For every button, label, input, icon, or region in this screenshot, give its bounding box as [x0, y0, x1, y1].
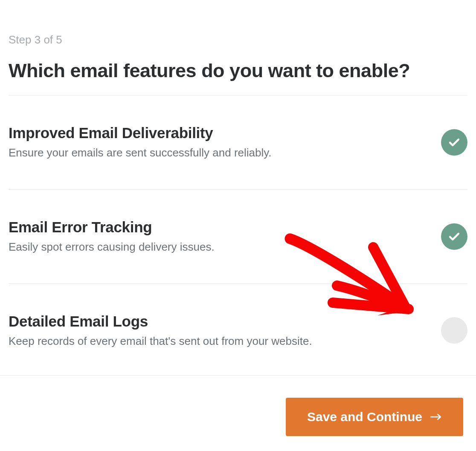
step-indicator: Step 3 of 5	[9, 33, 467, 46]
toggle-error-tracking[interactable]	[441, 223, 467, 250]
feature-text: Improved Email Deliverability Ensure you…	[9, 124, 441, 160]
arrow-right-icon	[430, 413, 442, 421]
save-continue-button[interactable]: Save and Continue	[286, 398, 463, 436]
feature-text: Email Error Tracking Easily spot errors …	[9, 219, 441, 254]
feature-desc: Keep records of every email that's sent …	[9, 334, 424, 349]
page-heading: Which email features do you want to enab…	[9, 59, 467, 95]
feature-title: Email Error Tracking	[9, 219, 424, 236]
feature-title: Detailed Email Logs	[9, 313, 424, 330]
check-icon	[448, 136, 461, 149]
feature-title: Improved Email Deliverability	[9, 124, 424, 142]
feature-text: Detailed Email Logs Keep records of ever…	[9, 313, 441, 349]
button-label: Save and Continue	[307, 410, 422, 424]
toggle-email-logs[interactable]	[441, 317, 467, 344]
footer: Save and Continue	[0, 375, 476, 436]
toggle-deliverability[interactable]	[441, 129, 467, 156]
check-icon	[448, 230, 461, 243]
feature-email-logs: Detailed Email Logs Keep records of ever…	[9, 284, 467, 378]
feature-desc: Easily spot errors causing delivery issu…	[9, 240, 424, 254]
feature-deliverability: Improved Email Deliverability Ensure you…	[9, 95, 467, 190]
feature-error-tracking: Email Error Tracking Easily spot errors …	[9, 190, 467, 284]
feature-desc: Ensure your emails are sent successfully…	[9, 146, 424, 160]
